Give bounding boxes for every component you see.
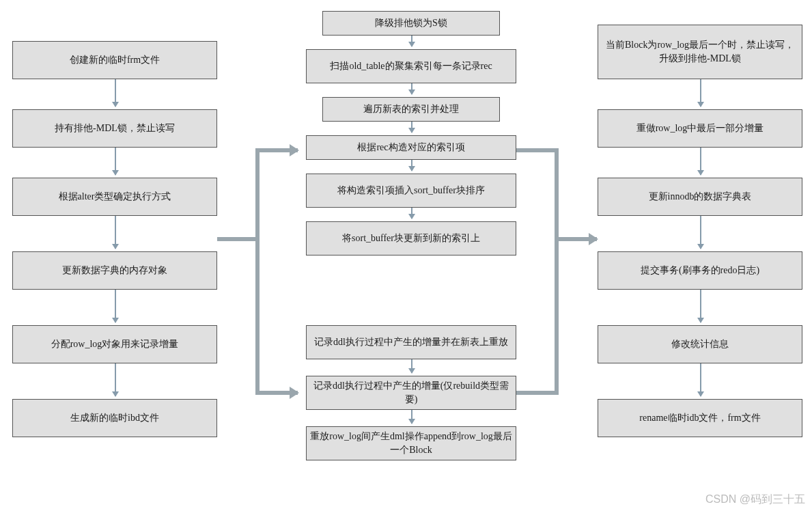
node-mid-top-6: 将sort_buffer块更新到新的索引上 (306, 221, 516, 255)
conn-mid-vert (555, 148, 559, 395)
arrow-r5-r6 (700, 363, 701, 396)
arrow-r2-r3 (700, 148, 701, 175)
conn-to-right (555, 237, 597, 241)
node-left-5: 分配row_log对象用来记录增量 (12, 325, 217, 363)
node-mid-top-4: 根据rec构造对应的索引项 (306, 135, 516, 160)
arrow-mt5-mt6 (411, 208, 412, 219)
conn-mid-top-out (516, 148, 559, 152)
arrow-l5-l6 (115, 363, 116, 396)
node-left-1: 创建新的临时frm文件 (12, 41, 217, 79)
node-mid-top-2: 扫描old_table的聚集索引每一条记录rec (306, 49, 516, 83)
flowchart-diagram: 创建新的临时frm文件 持有排他-MDL锁，禁止读写 根据alter类型确定执行… (0, 0, 812, 511)
arrow-r1-r2 (700, 79, 701, 107)
arrow-l1-l2 (115, 79, 116, 107)
node-left-4: 更新数据字典的内存对象 (12, 251, 217, 290)
arrow-r4-r5 (700, 290, 701, 322)
node-right-5: 修改统计信息 (598, 325, 802, 363)
node-right-3: 更新innodb的数据字典表 (598, 178, 802, 216)
arrow-mb2-mb3 (411, 410, 412, 424)
conn-to-mid-top (255, 148, 298, 152)
arrow-mb1-mb2 (411, 359, 412, 373)
arrow-mt3-mt4 (411, 122, 412, 133)
arrow-mt2-mt3 (411, 83, 412, 94)
arrow-l3-l4 (115, 216, 116, 249)
arrow-l4-l5 (115, 290, 116, 322)
node-right-2: 重做row_log中最后一部分增量 (598, 109, 802, 148)
conn-left-vert (255, 148, 260, 395)
node-mid-bot-3: 重放row_log间产生dml操作append到row_log最后一个Block (306, 426, 516, 460)
arrow-l2-l3 (115, 148, 116, 175)
node-left-6: 生成新的临时ibd文件 (12, 399, 217, 437)
node-mid-top-1: 降级排他锁为S锁 (322, 11, 500, 36)
node-mid-top-5: 将构造索引项插入sort_buffer块排序 (306, 174, 516, 208)
node-right-6: rename临时idb文件，frm文件 (598, 399, 802, 437)
node-left-2: 持有排他-MDL锁，禁止读写 (12, 109, 217, 148)
node-left-3: 根据alter类型确定执行方式 (12, 178, 217, 216)
arrow-r3-r4 (700, 216, 701, 249)
conn-to-mid-bottom (255, 391, 298, 395)
arrow-mt4-mt5 (411, 160, 412, 171)
node-mid-bot-2: 记录ddl执行过程中产生的增量(仅rebuild类型需要) (306, 376, 516, 410)
node-mid-top-3: 遍历新表的索引并处理 (322, 97, 500, 122)
watermark: CSDN @码到三十五 (705, 493, 805, 507)
arrow-mt1-mt2 (411, 36, 412, 46)
conn-mid-bot-out (516, 391, 559, 395)
node-mid-bot-1: 记录ddl执行过程中产生的增量并在新表上重放 (306, 325, 516, 359)
conn-left-out (217, 237, 260, 241)
node-right-1: 当前Block为row_log最后一个时，禁止读写，升级到排他-MDL锁 (598, 25, 802, 79)
node-right-4: 提交事务(刷事务的redo日志) (598, 251, 802, 290)
